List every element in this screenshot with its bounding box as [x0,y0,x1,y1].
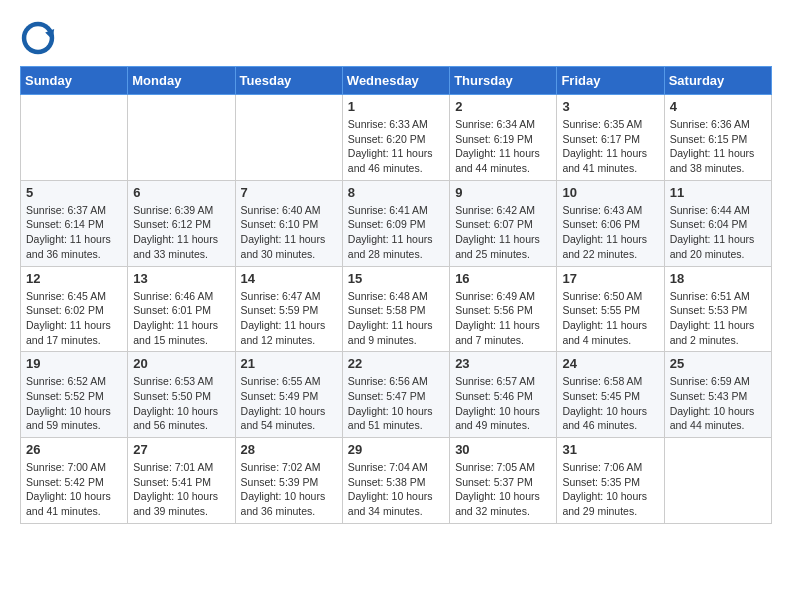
calendar-cell: 2Sunrise: 6:34 AMSunset: 6:19 PMDaylight… [450,95,557,181]
day-info: Sunrise: 6:52 AMSunset: 5:52 PMDaylight:… [26,374,122,433]
calendar-cell: 19Sunrise: 6:52 AMSunset: 5:52 PMDayligh… [21,352,128,438]
calendar-cell: 16Sunrise: 6:49 AMSunset: 5:56 PMDayligh… [450,266,557,352]
day-number: 31 [562,442,658,457]
day-number: 2 [455,99,551,114]
calendar-cell: 5Sunrise: 6:37 AMSunset: 6:14 PMDaylight… [21,180,128,266]
calendar-cell: 18Sunrise: 6:51 AMSunset: 5:53 PMDayligh… [664,266,771,352]
day-number: 27 [133,442,229,457]
day-number: 4 [670,99,766,114]
logo [20,20,60,56]
svg-point-1 [26,26,49,49]
day-number: 8 [348,185,444,200]
day-number: 26 [26,442,122,457]
day-info: Sunrise: 7:01 AMSunset: 5:41 PMDaylight:… [133,460,229,519]
calendar-cell: 13Sunrise: 6:46 AMSunset: 6:01 PMDayligh… [128,266,235,352]
calendar-cell [664,438,771,524]
day-number: 5 [26,185,122,200]
calendar-header-sunday: Sunday [21,67,128,95]
day-info: Sunrise: 6:33 AMSunset: 6:20 PMDaylight:… [348,117,444,176]
calendar-cell [21,95,128,181]
calendar-cell: 10Sunrise: 6:43 AMSunset: 6:06 PMDayligh… [557,180,664,266]
calendar-cell: 22Sunrise: 6:56 AMSunset: 5:47 PMDayligh… [342,352,449,438]
day-info: Sunrise: 6:53 AMSunset: 5:50 PMDaylight:… [133,374,229,433]
calendar-cell: 27Sunrise: 7:01 AMSunset: 5:41 PMDayligh… [128,438,235,524]
day-number: 19 [26,356,122,371]
day-number: 14 [241,271,337,286]
day-info: Sunrise: 6:49 AMSunset: 5:56 PMDaylight:… [455,289,551,348]
calendar-week-row: 26Sunrise: 7:00 AMSunset: 5:42 PMDayligh… [21,438,772,524]
calendar-cell: 24Sunrise: 6:58 AMSunset: 5:45 PMDayligh… [557,352,664,438]
day-info: Sunrise: 6:39 AMSunset: 6:12 PMDaylight:… [133,203,229,262]
day-number: 17 [562,271,658,286]
calendar-header-wednesday: Wednesday [342,67,449,95]
calendar-cell: 28Sunrise: 7:02 AMSunset: 5:39 PMDayligh… [235,438,342,524]
day-number: 22 [348,356,444,371]
calendar-cell: 4Sunrise: 6:36 AMSunset: 6:15 PMDaylight… [664,95,771,181]
calendar-header-thursday: Thursday [450,67,557,95]
day-info: Sunrise: 6:46 AMSunset: 6:01 PMDaylight:… [133,289,229,348]
day-info: Sunrise: 6:59 AMSunset: 5:43 PMDaylight:… [670,374,766,433]
calendar-cell: 14Sunrise: 6:47 AMSunset: 5:59 PMDayligh… [235,266,342,352]
day-info: Sunrise: 7:05 AMSunset: 5:37 PMDaylight:… [455,460,551,519]
day-info: Sunrise: 6:57 AMSunset: 5:46 PMDaylight:… [455,374,551,433]
day-number: 7 [241,185,337,200]
day-info: Sunrise: 6:48 AMSunset: 5:58 PMDaylight:… [348,289,444,348]
calendar-header-row: SundayMondayTuesdayWednesdayThursdayFrid… [21,67,772,95]
day-info: Sunrise: 6:45 AMSunset: 6:02 PMDaylight:… [26,289,122,348]
calendar-cell: 21Sunrise: 6:55 AMSunset: 5:49 PMDayligh… [235,352,342,438]
calendar-cell: 23Sunrise: 6:57 AMSunset: 5:46 PMDayligh… [450,352,557,438]
day-info: Sunrise: 6:56 AMSunset: 5:47 PMDaylight:… [348,374,444,433]
day-number: 23 [455,356,551,371]
day-number: 3 [562,99,658,114]
day-number: 6 [133,185,229,200]
calendar-cell [235,95,342,181]
day-number: 20 [133,356,229,371]
day-number: 25 [670,356,766,371]
calendar-header-monday: Monday [128,67,235,95]
day-info: Sunrise: 6:34 AMSunset: 6:19 PMDaylight:… [455,117,551,176]
day-info: Sunrise: 7:00 AMSunset: 5:42 PMDaylight:… [26,460,122,519]
day-info: Sunrise: 6:58 AMSunset: 5:45 PMDaylight:… [562,374,658,433]
day-number: 30 [455,442,551,457]
day-info: Sunrise: 7:04 AMSunset: 5:38 PMDaylight:… [348,460,444,519]
day-number: 13 [133,271,229,286]
day-number: 1 [348,99,444,114]
calendar-cell: 1Sunrise: 6:33 AMSunset: 6:20 PMDaylight… [342,95,449,181]
day-info: Sunrise: 6:41 AMSunset: 6:09 PMDaylight:… [348,203,444,262]
calendar-cell: 6Sunrise: 6:39 AMSunset: 6:12 PMDaylight… [128,180,235,266]
calendar-cell: 7Sunrise: 6:40 AMSunset: 6:10 PMDaylight… [235,180,342,266]
day-info: Sunrise: 6:44 AMSunset: 6:04 PMDaylight:… [670,203,766,262]
calendar-header-tuesday: Tuesday [235,67,342,95]
day-info: Sunrise: 7:06 AMSunset: 5:35 PMDaylight:… [562,460,658,519]
page-header [20,20,772,56]
day-info: Sunrise: 7:02 AMSunset: 5:39 PMDaylight:… [241,460,337,519]
logo-icon [20,20,56,56]
calendar-cell: 15Sunrise: 6:48 AMSunset: 5:58 PMDayligh… [342,266,449,352]
day-info: Sunrise: 6:50 AMSunset: 5:55 PMDaylight:… [562,289,658,348]
day-number: 24 [562,356,658,371]
day-number: 28 [241,442,337,457]
day-info: Sunrise: 6:42 AMSunset: 6:07 PMDaylight:… [455,203,551,262]
day-number: 21 [241,356,337,371]
calendar-week-row: 12Sunrise: 6:45 AMSunset: 6:02 PMDayligh… [21,266,772,352]
day-number: 10 [562,185,658,200]
day-info: Sunrise: 6:43 AMSunset: 6:06 PMDaylight:… [562,203,658,262]
calendar-header-friday: Friday [557,67,664,95]
day-number: 12 [26,271,122,286]
calendar-cell: 12Sunrise: 6:45 AMSunset: 6:02 PMDayligh… [21,266,128,352]
day-info: Sunrise: 6:35 AMSunset: 6:17 PMDaylight:… [562,117,658,176]
calendar-header-saturday: Saturday [664,67,771,95]
day-number: 18 [670,271,766,286]
calendar-week-row: 1Sunrise: 6:33 AMSunset: 6:20 PMDaylight… [21,95,772,181]
calendar-cell: 11Sunrise: 6:44 AMSunset: 6:04 PMDayligh… [664,180,771,266]
day-info: Sunrise: 6:36 AMSunset: 6:15 PMDaylight:… [670,117,766,176]
calendar-cell: 29Sunrise: 7:04 AMSunset: 5:38 PMDayligh… [342,438,449,524]
calendar-cell: 30Sunrise: 7:05 AMSunset: 5:37 PMDayligh… [450,438,557,524]
day-number: 16 [455,271,551,286]
day-info: Sunrise: 6:40 AMSunset: 6:10 PMDaylight:… [241,203,337,262]
calendar-cell: 8Sunrise: 6:41 AMSunset: 6:09 PMDaylight… [342,180,449,266]
day-info: Sunrise: 6:51 AMSunset: 5:53 PMDaylight:… [670,289,766,348]
calendar-cell: 26Sunrise: 7:00 AMSunset: 5:42 PMDayligh… [21,438,128,524]
calendar-cell: 9Sunrise: 6:42 AMSunset: 6:07 PMDaylight… [450,180,557,266]
calendar-cell [128,95,235,181]
